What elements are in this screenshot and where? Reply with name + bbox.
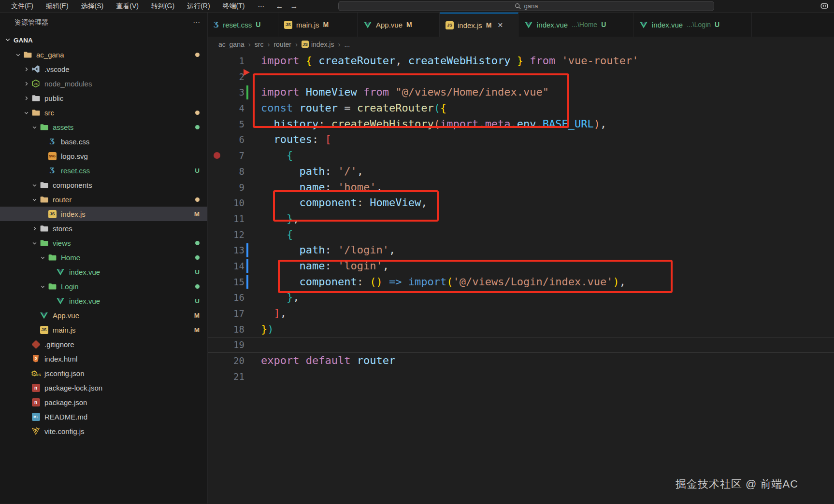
nav-back-button[interactable]: ← [272, 2, 287, 11]
tree-item-stores[interactable]: stores [0, 221, 207, 236]
menu-item-6[interactable]: 运行(R) [181, 0, 216, 12]
tree-item-ac_gana[interactable]: ac_gana [0, 47, 207, 62]
menu-item-3[interactable]: 选择(S) [75, 0, 110, 12]
tree-item-Home[interactable]: Home [0, 250, 207, 265]
gutter-line-11[interactable]: 11 [208, 211, 261, 227]
breadcrumb-item-index.js[interactable]: JSindex.js [302, 41, 334, 48]
tree-item-reset.css[interactable]: Ʒreset.cssU [0, 163, 207, 178]
tab-reset.css[interactable]: Ʒreset.cssU [208, 13, 278, 37]
tree-item-node_modules[interactable]: JSnode_modules [0, 76, 207, 91]
gutter-line-2[interactable]: 2 [208, 69, 261, 85]
gutter-line-12[interactable]: 12 [208, 227, 261, 243]
code-line-19[interactable]: 19 [208, 337, 834, 353]
menu-item-2[interactable]: 编辑(E) [40, 0, 75, 12]
code-line-6[interactable]: 6 routes: [ [208, 132, 834, 148]
tree-item-public[interactable]: public [0, 91, 207, 105]
tree-item-README.md[interactable]: M↓README.md [0, 409, 207, 424]
gutter-line-17[interactable]: 17 [208, 306, 261, 322]
gutter-line-20[interactable]: 20 [208, 353, 261, 369]
tree-item-index.js[interactable]: JSindex.jsM [0, 207, 207, 221]
code-line-7[interactable]: 7 { [208, 148, 834, 164]
tab-index.js[interactable]: JSindex.jsM✕ [440, 13, 518, 37]
tree-item-index.vue[interactable]: index.vueU [0, 294, 207, 308]
gutter-line-3[interactable]: 3 [208, 84, 261, 100]
code-editor[interactable]: 1import { createRouter, createWebHistory… [208, 52, 834, 504]
menu-item-1[interactable]: 文件(F) [5, 0, 40, 12]
tab-index.vue[interactable]: index.vue...\LoginU [633, 13, 752, 37]
gutter-line-10[interactable]: 10 [208, 195, 261, 211]
tree-item-index.vue[interactable]: index.vueU [0, 265, 207, 279]
tree-item-components[interactable]: components [0, 178, 207, 192]
tree-item-Login[interactable]: Login [0, 279, 207, 294]
tree-item-main.js[interactable]: JSmain.jsM [0, 322, 207, 337]
tree-item-router[interactable]: router [0, 192, 207, 207]
code-line-4[interactable]: 4const router = createRouter({ [208, 100, 834, 116]
code-line-12[interactable]: 12 { [208, 227, 834, 243]
tree-item-.vscode[interactable]: .vscode [0, 62, 207, 76]
code-line-18[interactable]: 18}) [208, 322, 834, 337]
menu-item-4[interactable]: 查看(V) [110, 0, 145, 12]
code-line-15[interactable]: 15 component: () => import('@/views/Logi… [208, 274, 834, 290]
gutter-line-8[interactable]: 8 [208, 164, 261, 180]
code-line-9[interactable]: 9 name: 'home', [208, 180, 834, 196]
gutter-line-13[interactable]: 13 [208, 242, 261, 258]
code-line-3[interactable]: 3import HomeView from "@/views/Home/inde… [208, 84, 834, 100]
code-token: : [325, 165, 338, 177]
code-line-13[interactable]: 13 path: '/login', [208, 242, 834, 258]
breadcrumb-item-src[interactable]: src [255, 41, 264, 48]
code-line-8[interactable]: 8 path: '/', [208, 164, 834, 180]
code-line-17[interactable]: 17 ], [208, 306, 834, 322]
gutter-line-18[interactable]: 18 [208, 322, 261, 337]
gutter-line-5[interactable]: 5 [208, 116, 261, 132]
tree-item-package-lock.json[interactable]: npackage-lock.json [0, 380, 207, 395]
copilot-icon[interactable] [820, 1, 829, 11]
workspace-section-header[interactable]: GANA [0, 33, 207, 47]
tree-item-.gitignore[interactable]: .gitignore [0, 337, 207, 351]
explorer-more-button[interactable]: ⋯ [193, 18, 201, 27]
gutter-line-19[interactable]: 19 [208, 337, 261, 353]
code-token [261, 118, 274, 130]
tree-item-logo.svg[interactable]: SVGlogo.svg [0, 149, 207, 163]
tab-App.vue[interactable]: App.vueM [358, 13, 440, 37]
code-line-16[interactable]: 16 }, [208, 290, 834, 306]
breadcrumb[interactable]: ac_gana›src›router›JSindex.js›... [208, 37, 834, 52]
code-line-1[interactable]: 1import { createRouter, createWebHistory… [208, 53, 834, 69]
tree-item-jsconfig.json[interactable]: ⚙JSjsconfig.json [0, 366, 207, 380]
code-line-20[interactable]: 20export default router [208, 353, 834, 369]
code-line-5[interactable]: 5 history: createWebHistory(import.meta.… [208, 116, 834, 132]
menu-more-button[interactable]: ⋯ [251, 0, 272, 12]
code-line-14[interactable]: 14 name: 'login', [208, 258, 834, 274]
code-line-10[interactable]: 10 component: HomeView, [208, 195, 834, 211]
tree-item-index.html[interactable]: 5index.html [0, 351, 207, 366]
gutter-line-15[interactable]: 15 [208, 274, 261, 290]
command-center-search[interactable]: gana [338, 1, 714, 11]
tree-item-package.json[interactable]: npackage.json [0, 395, 207, 409]
code-line-21[interactable]: 21 [208, 369, 834, 385]
tree-item-vite.config.js[interactable]: vite.config.js [0, 424, 207, 438]
gutter-line-9[interactable]: 9 [208, 180, 261, 196]
breadcrumb-separator: › [295, 40, 298, 48]
gutter-line-1[interactable]: 1 [208, 53, 261, 69]
tree-item-base.css[interactable]: Ʒbase.css [0, 134, 207, 149]
tree-item-views[interactable]: views [0, 236, 207, 250]
gutter-line-16[interactable]: 16 [208, 290, 261, 306]
tree-item-src[interactable]: src [0, 105, 207, 120]
tab-index.vue[interactable]: index.vue...\HomeU [518, 13, 633, 37]
tab-close-icon[interactable]: ✕ [498, 21, 503, 29]
tree-item-assets[interactable]: assets [0, 120, 207, 134]
gutter-line-21[interactable]: 21 [208, 369, 261, 385]
gutter-line-6[interactable]: 6 [208, 132, 261, 148]
gutter-line-7[interactable]: 7 [208, 148, 261, 164]
menu-item-7[interactable]: 终端(T) [216, 0, 251, 12]
gutter-line-4[interactable]: 4 [208, 100, 261, 116]
nav-forward-button[interactable]: → [287, 2, 301, 11]
tab-main.js[interactable]: JSmain.jsM [278, 13, 358, 37]
gutter-line-14[interactable]: 14 [208, 258, 261, 274]
breadcrumb-item-ac_gana[interactable]: ac_gana [218, 41, 244, 48]
code-line-2[interactable]: 2 [208, 69, 834, 85]
breadcrumb-item-router[interactable]: router [273, 41, 291, 48]
code-line-11[interactable]: 11 }, [208, 211, 834, 227]
tree-item-App.vue[interactable]: App.vueM [0, 308, 207, 322]
breadcrumb-item-...[interactable]: ... [344, 41, 350, 48]
menu-item-5[interactable]: 转到(G) [145, 0, 181, 12]
